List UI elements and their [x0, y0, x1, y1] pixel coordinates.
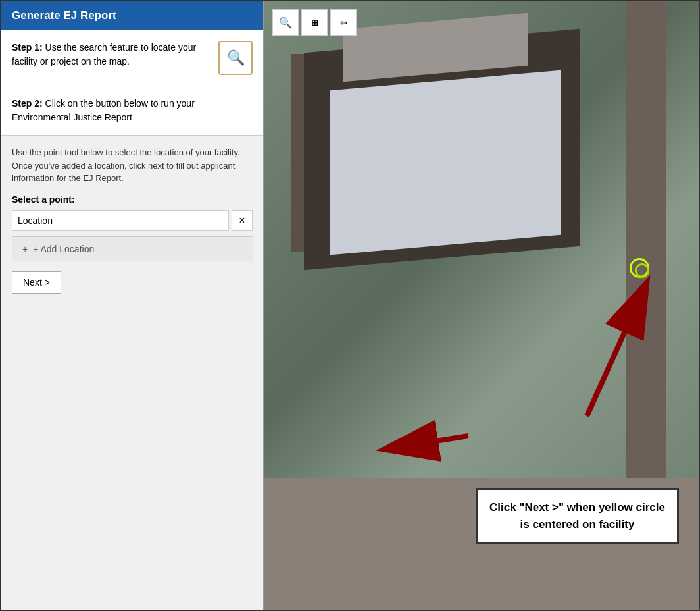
map-search-icon: 🔍: [279, 16, 292, 29]
point-description: Use the point tool below to select the l…: [12, 146, 253, 185]
panel-title: Generate EJ Report: [12, 9, 116, 22]
step2-label: Step 2:: [12, 98, 43, 109]
map-search-button[interactable]: 🔍: [272, 9, 299, 36]
point-section: Use the point tool below to select the l…: [1, 136, 263, 611]
location-input-row: ×: [12, 210, 253, 231]
add-location-label: + Add Location: [33, 244, 94, 254]
step1-label: Step 1:: [12, 42, 43, 53]
step2-section: Step 2: Click on the button below to run…: [1, 86, 263, 136]
zoom-extent-button[interactable]: ⊞: [301, 9, 328, 36]
panel-header: Generate EJ Report: [1, 1, 263, 30]
location-input[interactable]: [12, 210, 229, 231]
map-toolbar: 🔍 ⊞ ⇔: [272, 9, 357, 36]
measure-button[interactable]: ⇔: [330, 9, 357, 36]
left-panel: Generate EJ Report Step 1: Use the searc…: [1, 1, 264, 611]
annotation-box: Click "Next >" when yellow circleis cent…: [476, 488, 679, 544]
search-icon-button[interactable]: 🔍: [218, 41, 253, 75]
add-location-button[interactable]: + + Add Location: [12, 236, 253, 261]
step1-section: Step 1: Use the search feature to locate…: [1, 30, 263, 86]
measure-icon: ⇔: [340, 18, 347, 28]
step1-text: Step 1: Use the search feature to locate…: [12, 41, 211, 68]
plus-icon: +: [22, 244, 28, 254]
search-icon: 🔍: [227, 49, 245, 66]
building-light-roof: [330, 70, 561, 255]
next-button[interactable]: Next >: [12, 271, 61, 294]
clear-location-button[interactable]: ×: [232, 210, 253, 231]
select-point-label: Select a point:: [12, 194, 253, 205]
clear-icon: ×: [239, 215, 245, 226]
annotation-text: Click "Next >" when yellow circleis cent…: [489, 501, 665, 531]
map-area[interactable]: 🔍 ⊞ ⇔ Click "Next >" when yellow circlei…: [264, 1, 699, 610]
location-marker-inner: [635, 263, 649, 278]
zoom-icon: ⊞: [311, 18, 318, 28]
